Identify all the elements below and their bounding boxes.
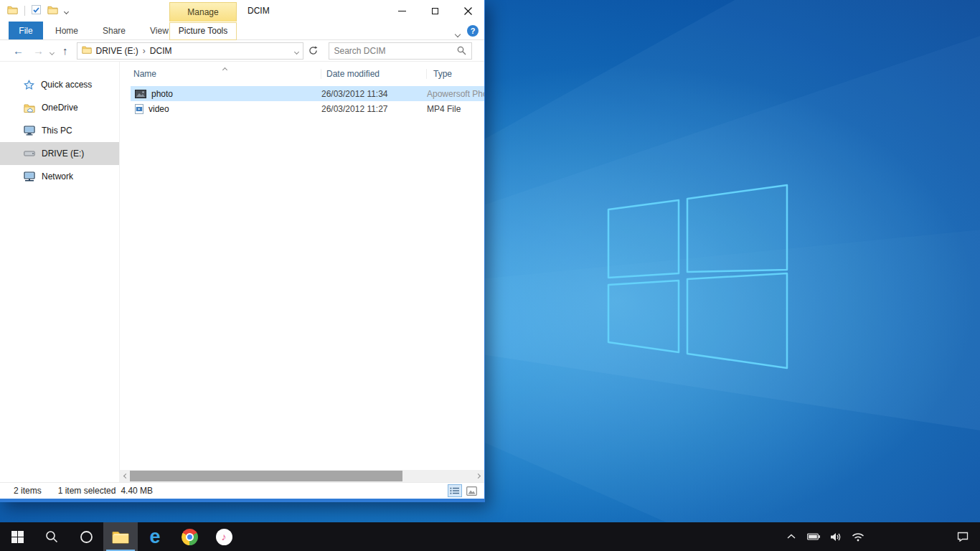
file-type-cell: MP4 File [427, 104, 484, 114]
help-button[interactable]: ? [467, 25, 479, 37]
back-button[interactable]: ← [13, 45, 24, 56]
file-row-photo[interactable]: photo 26/03/2012 11:34 Apowersoft Pho [131, 86, 484, 101]
breadcrumb-drive[interactable]: DRIVE (E:) [96, 46, 138, 56]
maximize-icon [432, 8, 438, 14]
sidebar-item-network[interactable]: Network [0, 165, 119, 188]
file-row-video[interactable]: video 26/03/2012 11:27 MP4 File [131, 101, 484, 116]
taskbar-chrome-button[interactable] [172, 522, 207, 551]
refresh-icon [308, 46, 318, 55]
navigation-pane: Quick access OneDrive This PC DRIVE (E:)… [0, 62, 119, 482]
taskbar: e ♪ [0, 522, 980, 551]
taskbar-edge-button[interactable]: e [138, 522, 172, 551]
qat-customize-caret-icon[interactable] [65, 6, 68, 16]
sidebar-item-drive-e[interactable]: DRIVE (E:) [0, 142, 119, 165]
file-list: Name Date modified Type photo 26/03/2012… [120, 62, 484, 470]
taskbar-search-button[interactable] [34, 522, 69, 551]
chevron-up-icon [787, 534, 796, 540]
column-header-type[interactable]: Type [427, 69, 484, 79]
system-tray [783, 522, 980, 551]
file-name: photo [151, 89, 173, 99]
window-folder-icon[interactable] [7, 5, 18, 17]
sidebar-item-label: OneDrive [42, 103, 78, 113]
scroll-right-arrow-icon[interactable] [472, 470, 484, 482]
details-view-button[interactable] [448, 484, 462, 497]
start-button[interactable] [0, 522, 34, 551]
sidebar-item-label: Network [42, 171, 73, 182]
file-list-area: Name Date modified Type photo 26/03/2012… [119, 62, 484, 482]
address-dropdown-chevron-icon[interactable] [295, 46, 298, 56]
navigation-bar: ← → ↑ DRIVE (E:) › DCIM [0, 40, 484, 62]
search-icon [457, 46, 466, 55]
qat-separator [24, 6, 25, 16]
sidebar-item-quick-access[interactable]: Quick access [0, 73, 119, 96]
close-icon [464, 7, 472, 15]
tab-home[interactable]: Home [43, 22, 90, 39]
sidebar-item-this-pc[interactable]: This PC [0, 119, 119, 142]
ribbon-tab-row: File Home Share View Picture Tools ? [0, 22, 484, 40]
sidebar-item-onedrive[interactable]: OneDrive [0, 96, 119, 119]
tab-picture-tools[interactable]: Picture Tools [169, 22, 237, 40]
up-button[interactable]: ↑ [62, 45, 68, 56]
refresh-button[interactable] [306, 43, 321, 59]
minimize-icon [398, 11, 406, 11]
recent-locations-chevron-icon[interactable] [50, 47, 54, 57]
network-tray-button[interactable] [849, 522, 867, 551]
edge-icon: e [149, 527, 160, 547]
file-name-cell: video [131, 104, 321, 114]
file-rows: photo 26/03/2012 11:34 Apowersoft Pho vi… [120, 86, 484, 116]
volume-icon [830, 532, 842, 542]
file-explorer-window: Manage DCIM File Home Share View Picture… [0, 0, 485, 502]
taskbar-itunes-button[interactable]: ♪ [207, 522, 241, 551]
start-windows-icon [11, 531, 24, 543]
taskbar-file-explorer-button[interactable] [103, 522, 138, 551]
battery-tray-button[interactable] [805, 522, 822, 551]
file-date-cell: 26/03/2012 11:27 [321, 104, 427, 114]
volume-tray-button[interactable] [827, 522, 844, 551]
sidebar-item-label: Quick access [41, 80, 92, 90]
horizontal-scrollbar[interactable] [120, 470, 484, 482]
drive-icon [24, 149, 35, 158]
sidebar-item-label: DRIVE (E:) [42, 149, 84, 159]
maximize-button[interactable] [418, 0, 451, 22]
star-icon [24, 80, 34, 90]
wifi-icon [852, 532, 864, 542]
chrome-icon [182, 529, 198, 545]
expand-ribbon-chevron-icon[interactable] [456, 29, 460, 39]
file-type-cell: Apowersoft Pho [427, 89, 484, 99]
thumbnails-view-icon [466, 486, 477, 496]
breadcrumb-current-folder[interactable]: DCIM [150, 46, 172, 56]
action-center-button[interactable] [954, 522, 971, 551]
contextual-group-manage[interactable]: Manage [169, 2, 237, 22]
properties-check-icon[interactable] [32, 5, 41, 17]
sidebar-item-label: This PC [42, 126, 72, 136]
tab-file[interactable]: File [9, 22, 43, 39]
address-bar[interactable]: DRIVE (E:) › DCIM [77, 42, 303, 60]
file-name-cell: photo [131, 89, 321, 99]
file-name: video [149, 104, 169, 114]
title-bar[interactable]: Manage DCIM [0, 0, 484, 22]
file-date-cell: 26/03/2012 11:34 [321, 89, 427, 99]
file-explorer-icon [112, 530, 129, 544]
tab-share[interactable]: Share [90, 22, 138, 39]
sort-ascending-chevron-icon[interactable] [223, 64, 227, 74]
column-headers: Name Date modified Type [120, 62, 484, 83]
status-bar: 2 items 1 item selected 4.40 MB [0, 482, 484, 499]
column-header-date-modified[interactable]: Date modified [321, 69, 427, 79]
selection-size: 4.40 MB [121, 486, 153, 496]
thumbnails-view-button[interactable] [464, 484, 479, 497]
cortana-button[interactable] [69, 522, 103, 551]
view-toggle-buttons [448, 484, 479, 497]
close-button[interactable] [451, 0, 484, 22]
search-input[interactable] [334, 46, 457, 56]
selection-count: 1 item selected [58, 486, 116, 496]
forward-button[interactable]: → [33, 45, 44, 56]
hidden-icons-button[interactable] [783, 522, 800, 551]
column-header-name[interactable]: Name [120, 69, 321, 79]
action-center-icon [957, 532, 969, 542]
network-icon [24, 171, 35, 182]
new-folder-icon[interactable] [47, 5, 58, 17]
scrollbar-thumb[interactable] [130, 471, 402, 481]
minimize-button[interactable] [385, 0, 418, 22]
search-box[interactable] [329, 42, 472, 60]
breadcrumb-folder-icon [82, 45, 92, 56]
